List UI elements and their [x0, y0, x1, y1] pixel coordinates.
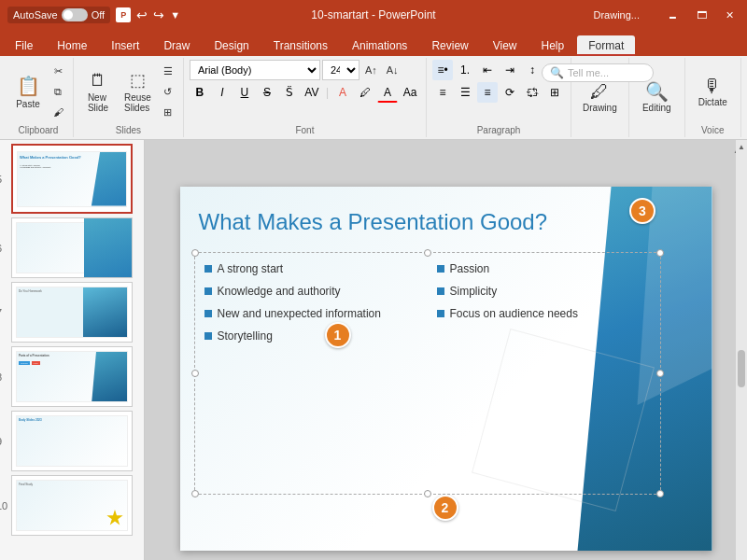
redo-button[interactable]: ↪ — [153, 7, 164, 22]
tab-draw[interactable]: Draw — [152, 35, 201, 56]
decrease-font-button[interactable]: A↓ — [383, 61, 402, 79]
line-spacing-button[interactable]: ↕ — [522, 60, 543, 80]
align-center-button[interactable]: ☰ — [455, 82, 475, 103]
align-left-button[interactable]: ≡ — [432, 82, 453, 103]
slide-thumb-9[interactable]: Body Slides 2023 — [11, 411, 133, 471]
bullet-1: A strong start — [204, 262, 418, 275]
voice-label: Voice — [701, 123, 724, 135]
bullet-marker-5 — [437, 265, 444, 273]
slide-num-10: 10 — [0, 500, 7, 511]
layout-button[interactable]: ☰ — [159, 62, 177, 80]
italic-button[interactable]: I — [212, 82, 233, 103]
align-right-button[interactable]: ≡ — [477, 82, 498, 103]
editing-icon: 🔍 — [645, 80, 669, 103]
bullet-col-left: A strong start Knowledge and authority N… — [204, 262, 418, 352]
strikethrough-button[interactable]: S — [257, 82, 277, 103]
format-painter-button[interactable]: 🖌 — [49, 103, 67, 121]
close-button[interactable]: ✕ — [720, 7, 740, 23]
slide-num-6: 6 — [0, 243, 2, 254]
bullet-text-7: Focus on audience needs — [450, 307, 578, 320]
minimize-button[interactable]: 🗕 — [662, 7, 684, 22]
slide-title[interactable]: What Makes a Presentation Good? — [199, 209, 548, 235]
font-size-select[interactable]: 24 — [322, 60, 359, 80]
reuse-slides-button[interactable]: ⬚ ReuseSlides — [119, 65, 157, 118]
scroll-up-arrow[interactable]: ▲ — [735, 140, 747, 154]
tab-home[interactable]: Home — [46, 35, 98, 56]
align-text-button[interactable]: ⊞ — [544, 82, 565, 103]
increase-indent-button[interactable]: ⇥ — [500, 60, 520, 80]
vertical-scrollbar[interactable]: ▲ ▼ — [736, 140, 747, 560]
handle-bm[interactable] — [424, 490, 431, 497]
slide-thumb-7[interactable]: Do You Homework — [11, 282, 133, 343]
bullet-text-1: A strong start — [218, 262, 284, 275]
handle-br[interactable] — [656, 490, 664, 497]
dictate-button[interactable]: 🎙 Dictate — [693, 65, 733, 118]
new-slide-button[interactable]: 🗒 NewSlide — [79, 65, 117, 118]
title-bar-controls: Drawing... 🗕 🗖 ✕ — [593, 7, 740, 23]
char-spacing-button[interactable]: AV — [302, 82, 322, 103]
tell-me-search[interactable]: 🔍 Tell me... — [542, 63, 654, 82]
scrollbar-thumb[interactable] — [738, 350, 745, 387]
bullet-marker-1 — [204, 265, 212, 273]
handle-ml[interactable] — [191, 370, 199, 377]
tab-review[interactable]: Review — [420, 35, 479, 56]
ribbon: 📋 Paste ✂ ⧉ 🖌 Clipboard 🗒 NewSlide ⬚ Reu… — [0, 56, 747, 140]
handle-mr[interactable] — [656, 370, 664, 377]
tab-transitions[interactable]: Transitions — [262, 35, 339, 56]
tab-help[interactable]: Help — [530, 35, 576, 56]
drawing-icon: 🖊 — [590, 81, 609, 103]
customize-btn[interactable]: ▼ — [170, 9, 180, 21]
autosave-toggle[interactable]: AutoSave Off — [7, 7, 110, 23]
underline-button[interactable]: U — [234, 82, 255, 103]
slide-panel: 5 What Makes a Presentation Good? • A st… — [0, 140, 145, 560]
bullet-marker-7 — [437, 310, 444, 317]
copy-button[interactable]: ⧉ — [49, 82, 67, 101]
text-direction-button[interactable]: ⮔ — [522, 82, 543, 103]
font-name-select[interactable]: Arial (Body) — [190, 60, 320, 80]
decrease-indent-button[interactable]: ⇤ — [477, 60, 498, 80]
section-button[interactable]: ⊞ — [159, 103, 177, 121]
bullet-text-3: New and unexpected information — [218, 307, 381, 320]
tab-file[interactable]: File — [4, 35, 44, 56]
bullet-6: Simplicity — [437, 285, 651, 298]
undo-button[interactable]: ↩ — [136, 7, 148, 22]
bullet-text-4: Storytelling — [218, 329, 273, 343]
handle-bl[interactable] — [191, 490, 199, 497]
case-button[interactable]: Aa — [400, 82, 420, 103]
tab-insert[interactable]: Insert — [100, 35, 150, 56]
maximize-button[interactable]: 🗖 — [691, 7, 712, 22]
slide-thumb-10[interactable]: Final Study — [11, 475, 133, 536]
bullets-button[interactable]: ≡• — [432, 60, 453, 80]
handle-tr[interactable] — [656, 249, 664, 257]
numbering-button[interactable]: 1. — [455, 60, 475, 80]
convert-to-smartart-button[interactable]: ⟳ — [500, 82, 520, 103]
bullet-marker-3 — [204, 310, 212, 317]
tab-animations[interactable]: Animations — [341, 35, 418, 56]
app-title: 10-smartart - PowerPoint — [311, 8, 435, 21]
handle-tl[interactable] — [191, 249, 199, 257]
highlight-button[interactable]: 🖊 — [355, 82, 375, 103]
slide-thumb-6[interactable] — [11, 217, 133, 278]
font-color-button[interactable]: A — [377, 82, 398, 103]
slide-num-7: 7 — [0, 307, 2, 318]
slide-thumb-5[interactable]: What Makes a Presentation Good? • A stro… — [11, 144, 133, 214]
paste-button[interactable]: 📋 Paste — [9, 65, 47, 118]
marker-2: 2 — [432, 495, 458, 521]
tab-format[interactable]: Format — [577, 35, 635, 56]
cut-button[interactable]: ✂ — [49, 62, 67, 80]
increase-font-button[interactable]: A↑ — [361, 61, 381, 79]
text-color-button[interactable]: A — [332, 82, 353, 103]
slide-thumb-8[interactable]: Parts of a Presentation Opening Close — [11, 346, 133, 407]
bold-button[interactable]: B — [190, 82, 210, 103]
ribbon-group-voice: 🎙 Dictate Voice — [685, 58, 741, 137]
bullet-text-5: Passion — [450, 262, 490, 275]
tab-view[interactable]: View — [482, 35, 529, 56]
shadow-button[interactable]: S̈ — [279, 82, 300, 103]
bullet-7: Focus on audience needs — [437, 307, 651, 320]
handle-tm[interactable] — [424, 249, 431, 257]
reset-button[interactable]: ↺ — [159, 82, 177, 101]
ribbon-group-clipboard: 📋 Paste ✂ ⧉ 🖌 Clipboard — [4, 58, 74, 137]
slide-content-box[interactable]: A strong start Knowledge and authority N… — [194, 252, 661, 495]
autosave-switch[interactable] — [62, 8, 88, 21]
tab-design[interactable]: Design — [203, 35, 260, 56]
